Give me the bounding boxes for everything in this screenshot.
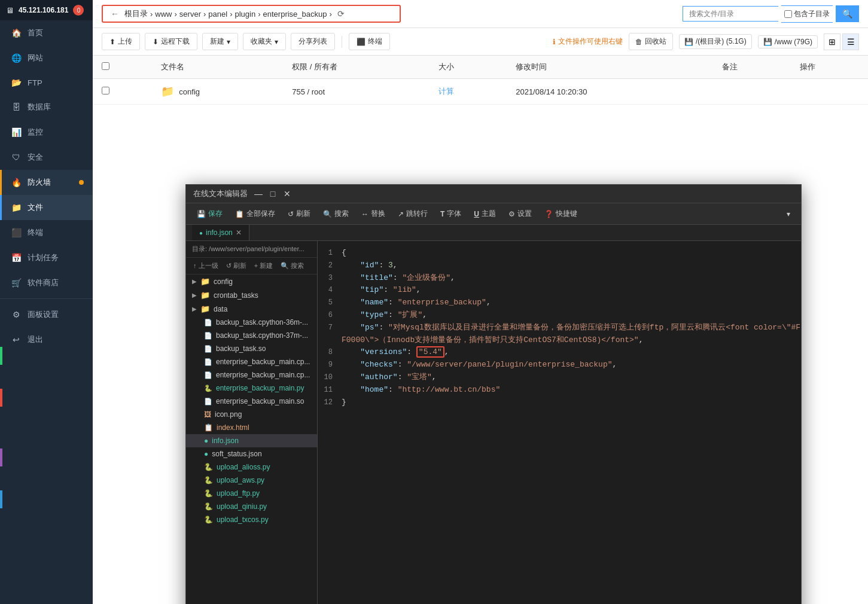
save-all-icon: 📋 bbox=[235, 210, 244, 218]
file-icon-sm: 📄 bbox=[204, 358, 212, 366]
recycle-button[interactable]: 🗑 回收站 bbox=[629, 33, 673, 50]
filetree-item-info-json[interactable]: ● info.json bbox=[186, 434, 317, 447]
editor-goto-button[interactable]: ↗ 跳转行 bbox=[393, 206, 433, 221]
filetree-item-data[interactable]: ▶ 📁 data bbox=[186, 302, 317, 316]
sidebar-item-home[interactable]: 🏠 首页 bbox=[0, 20, 93, 45]
breadcrumb: 根目录 › www › server › panel › plugin › en… bbox=[124, 8, 332, 19]
breadcrumb-panel[interactable]: panel bbox=[208, 10, 227, 19]
filetree-item-eb-cp1[interactable]: 📄 enterprise_backup_main.cp... bbox=[186, 355, 317, 368]
search-input[interactable] bbox=[683, 6, 778, 22]
sidebar-item-exit[interactable]: ↩ 退出 bbox=[0, 327, 93, 352]
theme-icon: U bbox=[474, 210, 479, 218]
code-line-6: 6 "type": "扩展", bbox=[318, 309, 801, 322]
grid-view-button[interactable]: ⊞ bbox=[824, 33, 840, 50]
filetree-item-upload-qiniu[interactable]: 🐍 upload_qiniu.py bbox=[186, 500, 317, 513]
sidebar-item-site[interactable]: 🌐 网站 bbox=[0, 45, 93, 71]
filetree-search-button[interactable]: 🔍 搜索 bbox=[278, 260, 306, 272]
filetree-item-upload-txcos[interactable]: 🐍 upload_txcos.py bbox=[186, 513, 317, 526]
root-disk-info: 💾 /(根目录) (5.1G) bbox=[679, 34, 752, 49]
sidebar-item-db[interactable]: 🗄 数据库 bbox=[0, 94, 93, 120]
sidebar-item-label: 监控 bbox=[28, 127, 43, 138]
filetree-item-soft-status[interactable]: ● soft_status.json bbox=[186, 447, 317, 460]
breadcrumb-enterprise-backup[interactable]: enterprise_backup bbox=[263, 10, 327, 19]
breadcrumb-plugin[interactable]: plugin bbox=[234, 10, 255, 19]
filetree-new-button[interactable]: + 新建 bbox=[252, 260, 275, 272]
filetree-item-upload-aws[interactable]: 🐍 upload_aws.py bbox=[186, 474, 317, 487]
search-subdir-checkbox[interactable] bbox=[784, 10, 792, 18]
sidebar-header: 🖥 45.121.106.181 0 bbox=[0, 0, 93, 20]
editor-font-button[interactable]: T 字体 bbox=[435, 206, 466, 221]
filetree-item-backup-so[interactable]: 📄 backup_task.so bbox=[186, 342, 317, 355]
filetree-item-eb-cp2[interactable]: 📄 enterprise_backup_main.cp... bbox=[186, 368, 317, 382]
breadcrumb-root[interactable]: 根目录 bbox=[124, 8, 148, 19]
row-checkbox[interactable] bbox=[102, 87, 109, 94]
editor-more-button[interactable]: ▾ bbox=[782, 208, 795, 221]
sidebar-item-task[interactable]: 📅 计划任务 bbox=[0, 245, 93, 270]
sidebar-item-security[interactable]: 🛡 安全 bbox=[0, 145, 93, 170]
code-line-2: 2 "id": 3, bbox=[318, 260, 801, 272]
download-icon: ⬇ bbox=[153, 38, 159, 46]
filetree-item-config[interactable]: ▶ 📁 config bbox=[186, 274, 317, 288]
filetree-up-button[interactable]: ↑ 上一级 bbox=[191, 260, 221, 272]
share-list-button[interactable]: 分享列表 bbox=[291, 33, 335, 50]
sidebar-item-label: 文件 bbox=[28, 202, 43, 213]
table-row: 📁 config 755 / root 计算 2021/08/14 10:20:… bbox=[93, 79, 868, 105]
sidebar-item-monitor[interactable]: 📊 监控 bbox=[0, 120, 93, 145]
editor-save-all-button[interactable]: 📋 全部保存 bbox=[230, 206, 280, 221]
refresh-icon: ↺ bbox=[288, 210, 294, 218]
sidebar-item-label: 面板设置 bbox=[28, 309, 59, 320]
filetree-item-index-html[interactable]: 📋 index.html bbox=[186, 421, 317, 434]
db-icon: 🗄 bbox=[11, 102, 22, 112]
filetree-item-icon-png[interactable]: 🖼 icon.png bbox=[186, 408, 317, 421]
editor-save-button[interactable]: 💾 保存 bbox=[192, 206, 227, 221]
search-button[interactable]: 🔍 bbox=[836, 5, 859, 22]
editor-minimize-button[interactable]: — bbox=[254, 189, 263, 199]
editor-shortcuts-button[interactable]: ❓ 快捷键 bbox=[540, 206, 582, 221]
select-all-checkbox[interactable] bbox=[102, 62, 109, 70]
back-button[interactable]: ← bbox=[108, 9, 122, 19]
remote-download-button[interactable]: ⬇ 远程下载 bbox=[145, 33, 197, 50]
file-name[interactable]: config bbox=[179, 87, 200, 96]
editor-maximize-button[interactable]: □ bbox=[268, 189, 278, 199]
help-icon: ❓ bbox=[544, 210, 553, 218]
filetree-item-crontab[interactable]: ▶ 📁 crontab_tasks bbox=[186, 288, 317, 302]
favorites-button[interactable]: 收藏夹 ▾ bbox=[243, 33, 286, 50]
sidebar-item-terminal[interactable]: ⬛ 终端 bbox=[0, 220, 93, 245]
tab-info-json[interactable]: ● info.json ✕ bbox=[192, 225, 249, 240]
sidebar-item-store[interactable]: 🛒 软件商店 bbox=[0, 270, 93, 295]
list-view-button[interactable]: ☰ bbox=[842, 33, 859, 50]
filetree-item-backup37[interactable]: 📄 backup_task.cpython-37m-... bbox=[186, 329, 317, 342]
terminal-button[interactable]: ⬛ 终端 bbox=[349, 33, 390, 50]
editor-theme-button[interactable]: U 主题 bbox=[469, 206, 501, 221]
breadcrumb-www[interactable]: www bbox=[155, 10, 172, 19]
upload-button[interactable]: ⬆ 上传 bbox=[102, 33, 140, 50]
filetree-item-eb-so[interactable]: 📄 enterprise_backup_main.so bbox=[186, 395, 317, 408]
filetree-item-upload-alioss[interactable]: 🐍 upload_alioss.py bbox=[186, 460, 317, 474]
search-subdir-label: 包含子目录 bbox=[781, 5, 833, 23]
breadcrumb-server[interactable]: server bbox=[179, 10, 201, 19]
sidebar-item-label: 网站 bbox=[28, 53, 43, 63]
path-refresh-button[interactable]: ⟳ bbox=[337, 9, 345, 19]
code-line-5: 5 "name": "enterprise_backup", bbox=[318, 297, 801, 309]
tab-close-button[interactable]: ✕ bbox=[236, 228, 242, 237]
editor-refresh-button[interactable]: ↺ 刷新 bbox=[283, 206, 315, 221]
editor-replace-button[interactable]: ↔ 替换 bbox=[357, 206, 390, 221]
editor-code-area[interactable]: 1 { 2 "id": 3, 3 "title": "企业级备份", bbox=[318, 241, 801, 604]
filetree-item-eb-py[interactable]: 🐍 enterprise_backup_main.py bbox=[186, 382, 317, 395]
font-icon: T bbox=[440, 210, 444, 218]
sidebar-item-settings[interactable]: ⚙ 面板设置 bbox=[0, 302, 93, 327]
www-disk-info: 💾 /www (79G) bbox=[758, 35, 818, 48]
filetree-item-upload-ftp[interactable]: 🐍 upload_ftp.py bbox=[186, 487, 317, 500]
filetree-item-backup36[interactable]: 📄 backup_task.cpython-36m-... bbox=[186, 316, 317, 329]
new-button[interactable]: 新建 ▾ bbox=[202, 33, 238, 50]
sidebar-item-firewall[interactable]: 🔥 防火墙 bbox=[0, 170, 93, 195]
editor-search-button[interactable]: 🔍 搜索 bbox=[318, 206, 354, 221]
filetree-refresh-button[interactable]: ↺ 刷新 bbox=[224, 260, 249, 272]
folder-icon: 📁 bbox=[161, 85, 174, 98]
editor-settings-button[interactable]: ⚙ 设置 bbox=[504, 206, 537, 221]
sidebar-item-ftp[interactable]: 📂 FTP bbox=[0, 71, 93, 94]
ftp-icon: 📂 bbox=[11, 78, 22, 87]
editor-close-button[interactable]: ✕ bbox=[282, 189, 292, 199]
editor-title-bar: 在线文本编辑器 — □ ✕ bbox=[186, 185, 801, 203]
sidebar-item-file[interactable]: 📁 文件 bbox=[0, 195, 93, 220]
